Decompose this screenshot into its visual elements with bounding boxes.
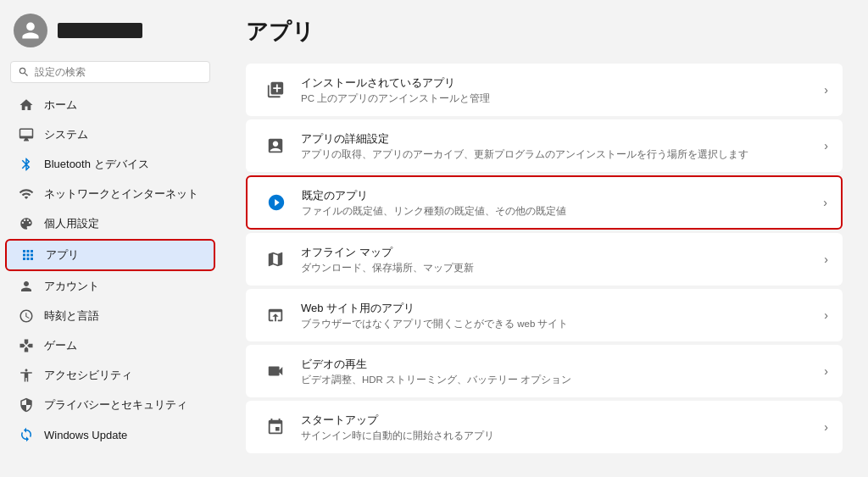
privacy-icon [19, 397, 34, 413]
offline-maps-desc: ダウンロード、保存場所、マップ更新 [301, 262, 817, 275]
sidebar-item-bluetooth[interactable]: Bluetooth とデバイス [5, 150, 215, 179]
default-apps-icon [261, 187, 292, 218]
sidebar-item-accounts[interactable]: アカウント [5, 272, 215, 301]
sidebar-item-home[interactable]: ホーム [5, 91, 215, 119]
nav: ホーム システム Bluetooth とデバイス [0, 90, 220, 450]
app-settings-desc: アプリの取得、アプリのアーカイブ、更新プログラムのアンインストールを行う場所を選… [301, 148, 817, 161]
offline-maps-chevron: › [824, 252, 828, 266]
sidebar-item-personalization[interactable]: 個人用設定 [5, 209, 215, 238]
installed-apps-icon [260, 75, 291, 105]
page-title: アプリ [246, 17, 843, 47]
main-content: アプリ インストールされているアプリ PC 上のアプリのアンインストールと管理 … [220, 0, 868, 477]
app-settings-title: アプリの詳細設定 [301, 131, 817, 147]
sidebar-item-gaming[interactable]: ゲーム [5, 331, 215, 360]
default-apps-chevron: › [823, 196, 827, 209]
update-icon [19, 427, 34, 442]
sidebar-item-privacy[interactable]: プライバシーとセキュリティ [5, 391, 215, 419]
video-icon [260, 356, 291, 386]
settings-item-video[interactable]: ビデオの再生 ビデオ調整、HDR ストリーミング、バッテリー オプション › [246, 345, 843, 397]
startup-chevron: › [824, 420, 828, 434]
web-apps-icon [260, 300, 291, 330]
web-apps-chevron: › [824, 308, 828, 322]
sidebar-label-bluetooth: Bluetooth とデバイス [44, 157, 149, 172]
settings-list: インストールされているアプリ PC 上のアプリのアンインストールと管理 › アプ… [246, 64, 843, 453]
accounts-icon [19, 279, 34, 294]
startup-text: スタートアップ サインイン時に自動的に開始されるアプリ [301, 413, 817, 442]
sidebar-item-apps[interactable]: アプリ [5, 239, 215, 271]
sidebar-label-time: 時刻と言語 [44, 308, 99, 324]
sidebar-label-accessibility: アクセシビリティ [44, 368, 132, 383]
search-input[interactable] [35, 66, 203, 78]
offline-maps-text: オフライン マップ ダウンロード、保存場所、マップ更新 [301, 245, 817, 275]
sidebar-label-personalization: 個人用設定 [44, 216, 99, 231]
bluetooth-icon [19, 157, 34, 172]
app-settings-chevron: › [824, 139, 828, 153]
default-apps-title: 既定のアプリ [302, 188, 816, 203]
startup-desc: サインイン時に自動的に開始されるアプリ [301, 430, 817, 442]
sidebar-item-windows-update[interactable]: Windows Update [5, 420, 215, 449]
sidebar-label-gaming: ゲーム [44, 338, 77, 353]
sidebar-item-system[interactable]: システム [5, 120, 215, 149]
settings-item-web-apps[interactable]: Web サイト用のアプリ ブラウザーではなくアプリで開くことができる web サ… [246, 289, 843, 341]
video-text: ビデオの再生 ビデオ調整、HDR ストリーミング、バッテリー オプション [301, 357, 817, 386]
sidebar-item-accessibility[interactable]: アクセシビリティ [5, 361, 215, 390]
app-settings-text: アプリの詳細設定 アプリの取得、アプリのアーカイブ、更新プログラムのアンインスト… [301, 131, 817, 161]
settings-item-offline-maps[interactable]: オフライン マップ ダウンロード、保存場所、マップ更新 › [246, 233, 843, 286]
search-box[interactable] [10, 61, 210, 83]
video-desc: ビデオ調整、HDR ストリーミング、バッテリー オプション [301, 374, 817, 386]
startup-title: スタートアップ [301, 413, 817, 428]
settings-item-default-apps[interactable]: 既定のアプリ ファイルの既定値、リンク種類の既定値、その他の既定値 › [246, 175, 843, 230]
sidebar-label-windows-update: Windows Update [44, 429, 127, 441]
sidebar-label-apps: アプリ [46, 247, 79, 263]
web-apps-text: Web サイト用のアプリ ブラウザーではなくアプリで開くことができる web サ… [301, 301, 817, 330]
installed-apps-chevron: › [824, 83, 828, 97]
sidebar-label-home: ホーム [44, 97, 77, 113]
username-bar [58, 23, 142, 38]
sidebar-label-system: システム [44, 127, 88, 142]
time-icon [19, 308, 34, 324]
user-icon [20, 20, 41, 41]
accessibility-icon [19, 368, 34, 383]
settings-item-installed-apps[interactable]: インストールされているアプリ PC 上のアプリのアンインストールと管理 › [246, 64, 843, 116]
sidebar-label-network: ネットワークとインターネット [44, 186, 198, 202]
startup-icon [260, 412, 291, 442]
offline-maps-icon [260, 244, 291, 275]
installed-apps-title: インストールされているアプリ [301, 75, 817, 91]
default-apps-desc: ファイルの既定値、リンク種類の既定値、その他の既定値 [302, 205, 816, 218]
settings-item-startup[interactable]: スタートアップ サインイン時に自動的に開始されるアプリ › [246, 401, 843, 453]
home-icon [19, 97, 34, 113]
settings-item-app-settings[interactable]: アプリの詳細設定 アプリの取得、アプリのアーカイブ、更新プログラムのアンインスト… [246, 119, 843, 172]
gaming-icon [19, 338, 34, 353]
apps-icon [20, 247, 36, 263]
video-title: ビデオの再生 [301, 357, 817, 372]
installed-apps-text: インストールされているアプリ PC 上のアプリのアンインストールと管理 [301, 75, 817, 105]
avatar [14, 14, 47, 47]
sidebar-label-privacy: プライバシーとセキュリティ [44, 397, 187, 413]
sidebar-item-network[interactable]: ネットワークとインターネット [5, 180, 215, 208]
offline-maps-title: オフライン マップ [301, 245, 817, 260]
video-chevron: › [824, 364, 828, 378]
system-icon [19, 127, 34, 142]
app-settings-icon [260, 130, 291, 161]
installed-apps-desc: PC 上のアプリのアンインストールと管理 [301, 92, 817, 105]
user-section [0, 0, 220, 58]
app-container: ホーム システム Bluetooth とデバイス [0, 0, 868, 477]
default-apps-text: 既定のアプリ ファイルの既定値、リンク種類の既定値、その他の既定値 [302, 188, 816, 218]
web-apps-desc: ブラウザーではなくアプリで開くことができる web サイト [301, 318, 817, 330]
sidebar: ホーム システム Bluetooth とデバイス [0, 0, 220, 477]
sidebar-item-time[interactable]: 時刻と言語 [5, 302, 215, 330]
web-apps-title: Web サイト用のアプリ [301, 301, 817, 316]
search-icon [18, 66, 30, 78]
network-icon [19, 186, 34, 202]
sidebar-label-accounts: アカウント [44, 279, 99, 294]
personalization-icon [19, 216, 34, 231]
